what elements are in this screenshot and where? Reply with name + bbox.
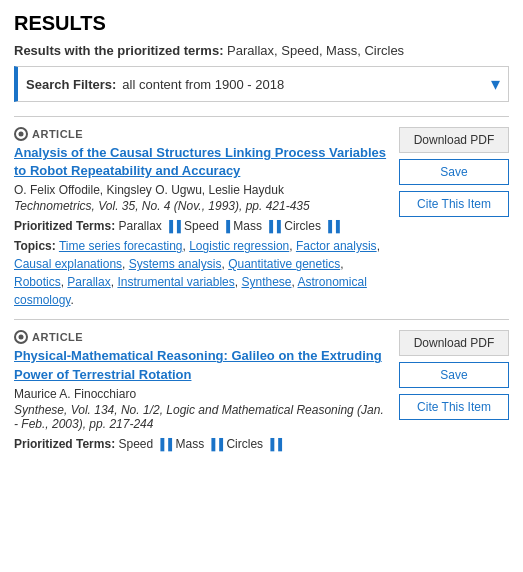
prioritized-label-1: Prioritized Terms: (14, 219, 115, 233)
prioritized-terms-label: Results with the prioritized terms: (14, 43, 223, 58)
topic-causal[interactable]: Causal explanations (14, 257, 122, 271)
topic-parallax[interactable]: Parallax (67, 275, 110, 289)
result-actions-2: Download PDF Save Cite This Item (399, 330, 509, 454)
term2-speed: Speed ▐▐ (118, 437, 172, 451)
result-journal-2: Synthese, Vol. 134, No. 1/2, Logic and M… (14, 403, 389, 431)
circles-bars: ▐▐ (324, 220, 340, 232)
article-type-label-2: ARTICLE (32, 331, 83, 343)
result-topics-1: Topics: Time series forecasting, Logisti… (14, 237, 389, 309)
term-mass: Mass ▐▐ (233, 219, 281, 233)
result-title-link-2[interactable]: Physical-Mathematical Reasoning: Galileo… (14, 348, 382, 381)
result-authors-1: O. Felix Offodile, Kingsley O. Ugwu, Les… (14, 183, 389, 197)
filter-chevron-icon[interactable]: ▾ (491, 73, 500, 95)
result-main-2: ARTICLE Physical-Mathematical Reasoning:… (14, 330, 389, 454)
result-title-link-1[interactable]: Analysis of the Causal Structures Linkin… (14, 145, 386, 178)
article-type-line-1: ARTICLE (14, 127, 389, 141)
article-type-label-1: ARTICLE (32, 128, 83, 140)
speed-bars: ▐ (222, 220, 230, 232)
mass-bars-2: ▐▐ (207, 438, 223, 450)
result-main-1: ARTICLE Analysis of the Causal Structure… (14, 127, 389, 309)
topic-factor[interactable]: Factor analysis (296, 239, 377, 253)
article-type-icon-1 (14, 127, 28, 141)
download-pdf-button-1[interactable]: Download PDF (399, 127, 509, 153)
topic-time-series[interactable]: Time series forecasting (59, 239, 183, 253)
parallax-bars: ▐▐ (165, 220, 181, 232)
term-parallax: Parallax ▐▐ (118, 219, 180, 233)
speed-bars-2: ▐▐ (157, 438, 173, 450)
result-actions-1: Download PDF Save Cite This Item (399, 127, 509, 309)
term2-mass: Mass ▐▐ (175, 437, 223, 451)
cite-button-2[interactable]: Cite This Item (399, 394, 509, 420)
result-title-1: Analysis of the Causal Structures Linkin… (14, 144, 389, 180)
result-item-2: ARTICLE Physical-Mathematical Reasoning:… (14, 330, 509, 454)
result-item-1: ARTICLE Analysis of the Causal Structure… (14, 127, 509, 309)
topic-quantitative[interactable]: Quantitative genetics (228, 257, 340, 271)
topic-systems[interactable]: Systems analysis (129, 257, 222, 271)
result-journal-1: Technometrics, Vol. 35, No. 4 (Nov., 199… (14, 199, 389, 213)
result-prioritized-terms-2: Prioritized Terms: Speed ▐▐ Mass ▐▐ Circ… (14, 437, 389, 451)
topics-label-1: Topics: (14, 239, 56, 253)
result-authors-2: Maurice A. Finocchiaro (14, 387, 389, 401)
term-speed: Speed ▐ (184, 219, 230, 233)
prioritized-label-2: Prioritized Terms: (14, 437, 115, 451)
prioritized-terms-header: Results with the prioritized terms: Para… (14, 43, 509, 58)
topic-instrumental[interactable]: Instrumental variables (117, 275, 234, 289)
divider-top (14, 116, 509, 117)
result-title-2: Physical-Mathematical Reasoning: Galileo… (14, 347, 389, 383)
page-title: RESULTS (14, 12, 509, 35)
filter-value: all content from 1900 - 2018 (122, 77, 284, 92)
article-type-line-2: ARTICLE (14, 330, 389, 344)
circles-bars-2: ▐▐ (266, 438, 282, 450)
article-type-icon-2 (14, 330, 28, 344)
term2-circles: Circles ▐▐ (226, 437, 282, 451)
term-circles: Circles ▐▐ (284, 219, 340, 233)
topic-logistic[interactable]: Logistic regression (189, 239, 289, 253)
result-prioritized-terms-1: Prioritized Terms: Parallax ▐▐ Speed ▐ M… (14, 219, 389, 233)
search-filter-bar[interactable]: Search Filters: all content from 1900 - … (14, 66, 509, 102)
cite-button-1[interactable]: Cite This Item (399, 191, 509, 217)
divider-mid (14, 319, 509, 320)
save-button-1[interactable]: Save (399, 159, 509, 185)
mass-bars: ▐▐ (265, 220, 281, 232)
save-button-2[interactable]: Save (399, 362, 509, 388)
download-pdf-button-2[interactable]: Download PDF (399, 330, 509, 356)
filter-label: Search Filters: (26, 77, 116, 92)
topic-robotics[interactable]: Robotics (14, 275, 61, 289)
prioritized-terms-values: Parallax, Speed, Mass, Circles (227, 43, 404, 58)
topic-synthese[interactable]: Synthese (241, 275, 291, 289)
